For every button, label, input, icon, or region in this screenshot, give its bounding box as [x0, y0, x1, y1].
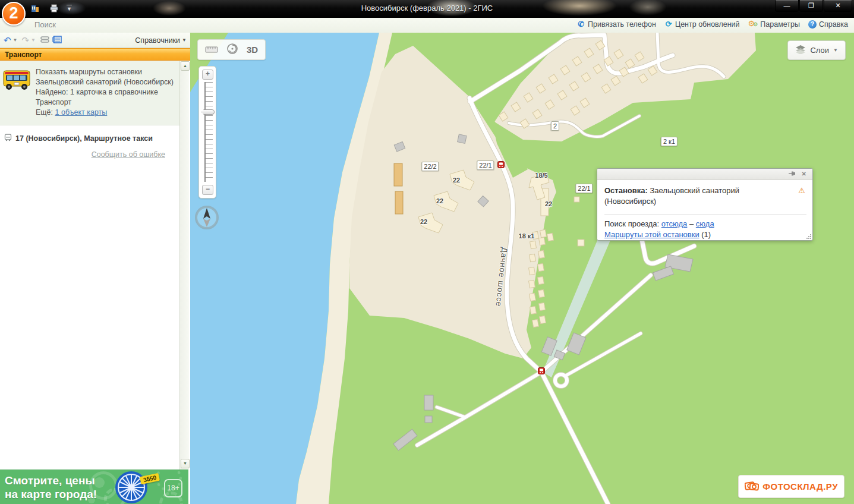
- bus-illustration: [2, 67, 31, 118]
- maximize-button[interactable]: ❐: [799, 0, 823, 12]
- route-to-link[interactable]: сюда: [696, 219, 714, 228]
- map-building-label: 22: [545, 200, 552, 207]
- map-toolbar: 3D: [197, 39, 266, 60]
- popup-divider: [604, 214, 806, 215]
- result-text: Показать маршруты остановки Заельцовский…: [36, 67, 174, 118]
- 3d-mode-button[interactable]: 3D: [247, 45, 258, 55]
- map-building-label: 2 к1: [661, 137, 677, 146]
- quick-access-toolbar: ▼: [29, 2, 72, 15]
- menu-link-label: Параметры: [760, 20, 800, 29]
- transport-section-header[interactable]: Транспорт: [0, 48, 190, 61]
- results-panel: Показать маршруты остановки Заельцовский…: [0, 61, 179, 470]
- scroll-up-button[interactable]: ▲: [181, 61, 190, 71]
- ad-banner[interactable]: Смотрите, цены на карте города! 3550 18+: [0, 470, 188, 504]
- print-icon[interactable]: [48, 2, 61, 15]
- layers-icon: [795, 45, 806, 56]
- more-label: Ещё:: [36, 108, 53, 116]
- route-search-line: Поиск проезда: отсюда – сюда: [604, 219, 806, 228]
- window-title: Новосибирск (февраль 2021) - 2ГИС: [0, 4, 854, 12]
- close-button[interactable]: ✕: [824, 0, 852, 12]
- ruler-icon[interactable]: [205, 45, 218, 55]
- menu-link[interactable]: Привязать телефон: [577, 20, 656, 29]
- result-action-line1[interactable]: Показать маршруты остановки: [36, 67, 174, 77]
- layers-label: Слои: [810, 46, 829, 55]
- banner-text: Смотрите, цены на карте города!: [5, 474, 97, 501]
- minimize-button[interactable]: —: [775, 0, 799, 12]
- settings-icon: [748, 20, 758, 29]
- sidebar: ↶ ▼ ↷ ▼ Справочники ▼ Транспорт: [0, 33, 190, 504]
- map-building-label: 18/5: [535, 172, 547, 179]
- zoom-track[interactable]: [204, 82, 213, 182]
- close-icon[interactable]: ✕: [802, 171, 806, 178]
- forward-icon: ↷: [22, 36, 30, 45]
- window-controls: — ❐ ✕: [774, 0, 852, 12]
- fotosklad-label: ФОТОСКЛАД.РУ: [762, 481, 838, 492]
- map-building-label: 22: [453, 177, 460, 184]
- panorama-icon[interactable]: [226, 43, 238, 57]
- result-more-line: Ещё: 1 объект карты: [36, 108, 174, 118]
- map-building-label: 2: [551, 121, 559, 131]
- zoom-out-button[interactable]: −: [202, 185, 213, 195]
- map-building-label: 22: [436, 197, 443, 204]
- directories-dropdown[interactable]: Справочники ▼: [135, 36, 187, 45]
- result-card: Показать маршруты остановки Заельцовский…: [0, 61, 179, 125]
- scroll-down-button[interactable]: ▼: [181, 459, 190, 468]
- report-error-link[interactable]: Сообщить об ошибке: [92, 150, 165, 159]
- map-canvas[interactable]: 22/222/122 к122/118/52222222218 к1 Дачно…: [190, 33, 854, 504]
- dash-separator: –: [689, 219, 694, 228]
- zoom-slider[interactable]: + −: [198, 66, 216, 199]
- zoom-in-button[interactable]: +: [202, 70, 213, 80]
- layers-dropdown-button[interactable]: Слои ▼: [787, 40, 846, 60]
- list-view-icon[interactable]: [52, 35, 63, 46]
- menubar: Поиск Привязать телефонЦентр обновленийП…: [0, 18, 854, 33]
- menu-link[interactable]: Справка: [808, 20, 848, 29]
- bus-stop-icon[interactable]: [497, 160, 505, 167]
- back-dropdown-icon[interactable]: ▼: [13, 37, 18, 43]
- map-building-label: 22: [420, 218, 427, 225]
- report-error-row: Сообщить об ошибке: [0, 143, 179, 159]
- result-rubric-line: Транспорт: [36, 97, 174, 108]
- route-list-item[interactable]: 17 (Новосибирск), Маршрутное такси: [0, 125, 179, 143]
- search-input[interactable]: Поиск: [34, 20, 56, 29]
- chevron-down-icon: ▼: [182, 37, 187, 43]
- bus-stop-icon[interactable]: [538, 366, 545, 373]
- compass-north-arrow[interactable]: [194, 204, 220, 231]
- routes-count: (1): [701, 230, 711, 239]
- zoom-thumb[interactable]: [201, 109, 215, 115]
- stop-routes-link[interactable]: Маршруты этой остановки: [604, 230, 699, 239]
- city-directory-icon[interactable]: [29, 2, 42, 15]
- route-search-label: Поиск проезда:: [604, 219, 659, 228]
- help-icon: [808, 20, 817, 29]
- menu-link-label: Справка: [819, 20, 848, 29]
- app-window: Новосибирск (февраль 2021) - 2ГИС ▼ — ❐ …: [0, 0, 854, 504]
- age-restriction-badge: 18+: [164, 479, 182, 497]
- camera-icon: [745, 480, 759, 493]
- directories-label: Справочники: [135, 36, 180, 45]
- map-base-layer: [190, 33, 854, 504]
- blue-wheel-icon: [114, 470, 149, 504]
- result-action-line2[interactable]: Заельцовский санаторий (Новосибирск): [36, 77, 174, 87]
- card-view-icon[interactable]: [40, 35, 51, 45]
- menu-link[interactable]: Центр обновлений: [664, 20, 740, 29]
- map-building-label: 22/1: [575, 184, 593, 193]
- popup-header[interactable]: ✕: [597, 169, 812, 180]
- back-icon[interactable]: ↶: [4, 36, 11, 45]
- menu-links: Привязать телефонЦентр обновленийПарамет…: [577, 20, 848, 29]
- sidebar-scrollbar[interactable]: ▲ ▼: [179, 61, 189, 470]
- stop-label: Остановка:: [604, 186, 648, 195]
- bus-icon: [4, 134, 12, 143]
- menu-link[interactable]: Параметры: [748, 20, 800, 29]
- route-from-link[interactable]: отсюда: [661, 219, 688, 228]
- titlebar: Новосибирск (февраль 2021) - 2ГИС ▼ — ❐ …: [0, 0, 854, 18]
- toolbar-options-icon[interactable]: ▼: [67, 5, 72, 12]
- menu-link-label: Привязать телефон: [588, 20, 656, 29]
- warning-icon[interactable]: ⚠: [798, 186, 805, 195]
- chevron-down-icon: ▼: [833, 48, 838, 53]
- map-object-link[interactable]: 1 объект карты: [55, 108, 108, 116]
- stop-info-popup: ✕ Остановка: Заельцовский санаторий (Нов…: [597, 168, 813, 241]
- map-building-label: 22/1: [477, 160, 494, 170]
- fotosklad-logo[interactable]: ФОТОСКЛАД.РУ: [738, 475, 844, 498]
- resize-grip[interactable]: [806, 234, 811, 239]
- 2gis-logo[interactable]: 2: [2, 2, 26, 26]
- pin-icon[interactable]: [788, 171, 796, 178]
